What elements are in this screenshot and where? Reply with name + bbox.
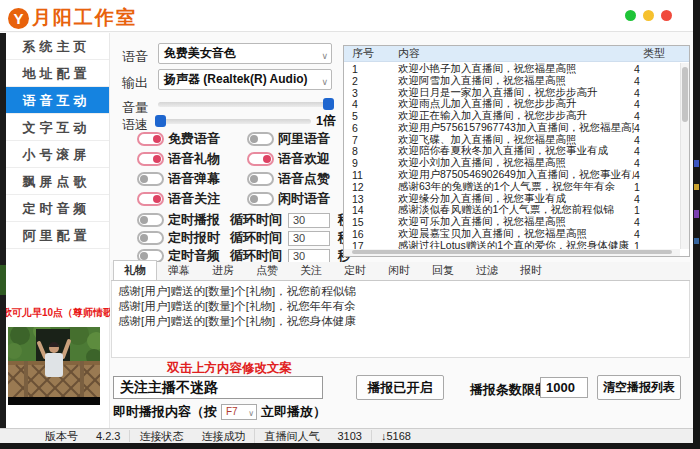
toggle-switch[interactable] [137, 192, 164, 206]
tab-回复[interactable]: 回复 [421, 260, 465, 280]
sidebar-item-地址配置[interactable]: 地址配置 [0, 60, 109, 87]
toggle-语音欢迎[interactable]: 语音欢迎 [247, 151, 342, 166]
toggle-knob [140, 175, 148, 183]
instant-broadcast-input[interactable] [113, 376, 323, 399]
toggle-label: 免费语音 [168, 130, 220, 148]
tab-报时[interactable]: 报时 [509, 260, 553, 280]
volume-slider-thumb[interactable] [323, 98, 334, 110]
tab-弹幕[interactable]: 弹幕 [157, 260, 201, 280]
tab-闲时[interactable]: 闲时 [377, 260, 421, 280]
window-controls [625, 10, 672, 21]
sidebar-item-飘屏点歌[interactable]: 飘屏点歌 [0, 168, 109, 195]
sidebar: 系统主页地址配置语音互动文字互动小号滚屏飘屏点歌定时音频阿里配置 [0, 33, 109, 249]
clear-list-button[interactable]: 清空播报列表 [597, 375, 681, 400]
toggle-阿里语音[interactable]: 阿里语音 [247, 131, 342, 146]
toggle-免费语音[interactable]: 免费语音 [137, 131, 247, 146]
row-type: 4 [634, 145, 680, 157]
desktop-artifact [694, 238, 699, 244]
speed-slider[interactable] [158, 119, 311, 124]
tab-过滤[interactable]: 过滤 [465, 260, 509, 280]
toggle-语音弹幕[interactable]: 语音弹幕 [137, 171, 247, 186]
tab-进房[interactable]: 进房 [201, 260, 245, 280]
voice-label: 语音 [122, 48, 148, 66]
timer-定时播报: 定时播报循环时间秒 [137, 211, 351, 229]
toggle-switch[interactable] [137, 213, 164, 227]
chevron-down-icon: ∨ [248, 407, 254, 421]
horizontal-scrollbar[interactable] [344, 249, 680, 256]
toggle-语音点赞[interactable]: 语音点赞 [247, 171, 342, 186]
scrollbar-thumb[interactable] [352, 250, 672, 254]
sidebar-item-定时音频[interactable]: 定时音频 [0, 195, 109, 222]
row-type: 4 [634, 216, 680, 228]
voice-select[interactable]: 免费美女音色 ∨ [158, 43, 332, 64]
toggle-knob [140, 234, 148, 242]
toggle-knob [153, 155, 161, 163]
window-control-red[interactable] [661, 10, 672, 21]
background-window-edge [0, 33, 6, 443]
logo-icon: Y [8, 8, 29, 29]
window-control-green[interactable] [625, 10, 636, 21]
chevron-down-icon: ∨ [321, 47, 328, 64]
volume-slider[interactable] [158, 102, 332, 107]
toggle-switch[interactable] [247, 172, 274, 186]
toggle-knob [153, 195, 161, 203]
version-label: 版本号 [36, 429, 87, 444]
sidebar-item-小号滚屏[interactable]: 小号滚屏 [0, 141, 109, 168]
toggle-switch[interactable] [247, 152, 274, 166]
tab-关注[interactable]: 关注 [289, 260, 333, 280]
tab-定时[interactable]: 定时 [333, 260, 377, 280]
sidebar-item-阿里配置[interactable]: 阿里配置 [0, 222, 109, 249]
output-label: 输出 [122, 74, 148, 92]
limit-input[interactable] [540, 377, 588, 398]
voice-select-value: 免费美女音色 [164, 46, 236, 60]
table-body: 1欢迎小艳子加入直播间，祝您福星高照42欢迎阿雪加入直播间，祝您福星高照43欢迎… [344, 63, 680, 249]
version-value: 4.2.3 [87, 430, 130, 442]
toggle-闲时语音[interactable]: 闲时语音 [247, 191, 342, 206]
cycle-time-label: 循环时间 [230, 229, 282, 247]
cycle-time-input[interactable] [288, 213, 330, 228]
popularity-delta: ↓5168 [372, 430, 420, 442]
row-seq: 13 [344, 193, 394, 205]
toggle-knob [140, 252, 148, 260]
toggle-switch[interactable] [247, 192, 274, 206]
window-control-yellow[interactable] [643, 10, 654, 21]
desktop-artifact [694, 160, 699, 167]
sidebar-item-文字互动[interactable]: 文字互动 [0, 114, 109, 141]
row-type: 1 [634, 204, 680, 216]
timer-定时报时: 定时报时循环时间秒 [137, 229, 351, 247]
tab-礼物[interactable]: 礼物 [113, 260, 157, 280]
row-type: 4 [634, 122, 680, 134]
toggle-switch[interactable] [137, 152, 164, 166]
row-seq: 11 [344, 169, 394, 181]
sidebar-item-系统主页[interactable]: 系统主页 [0, 33, 109, 60]
sidebar-item-语音互动[interactable]: 语音互动 [0, 87, 109, 114]
row-type: 4 [634, 63, 680, 75]
table-row[interactable]: 17感谢过往Lotus赠送的1个真的爱你，祝您身体健康1 [344, 240, 680, 249]
speed-slider-thumb[interactable] [155, 115, 166, 127]
toggle-label: 语音弹幕 [168, 170, 220, 188]
output-device-select[interactable]: 扬声器 (Realtek(R) Audio) ∨ [158, 69, 332, 90]
vertical-scrollbar[interactable] [680, 63, 689, 249]
toggle-switch[interactable] [137, 231, 164, 245]
row-type: 4 [634, 75, 680, 87]
toggle-switch[interactable] [137, 132, 164, 146]
row-content: 感谢过往Lotus赠送的1个真的爱你，祝您身体健康 [394, 239, 634, 249]
tab-点赞[interactable]: 点赞 [245, 260, 289, 280]
toggle-语音关注[interactable]: 语音关注 [137, 191, 247, 206]
toggle-switch[interactable] [137, 172, 164, 186]
broadcast-toggle-button[interactable]: 播报已开启 [356, 375, 444, 400]
hotkey-value: F7 [226, 406, 238, 417]
app-window: Y 月阳工作室 系统主页地址配置语音互动文字互动小号滚屏飘屏点歌定时音频阿里配置… [0, 0, 693, 443]
limit-label: 播报条数限制 [470, 381, 548, 399]
row-seq: 8 [344, 145, 394, 157]
row-type: 4 [634, 87, 680, 99]
toggle-switch[interactable] [247, 132, 274, 146]
hotkey-select[interactable]: F7 ∨ [221, 404, 257, 420]
scrollbar-thumb[interactable] [682, 67, 688, 122]
cycle-time-input[interactable] [288, 231, 330, 246]
left-column: 系统主页地址配置语音互动文字互动小号滚屏飘屏点歌定时音频阿里配置 歌可儿早10点… [0, 33, 110, 428]
row-type: 4 [634, 98, 680, 110]
timer-label: 定时报时 [168, 229, 220, 247]
template-editor[interactable]: 感谢[用户]赠送的[数量]个[礼物]，祝您前程似锦感谢[用户]赠送的[数量]个[… [111, 281, 690, 358]
toggle-语音礼物[interactable]: 语音礼物 [137, 151, 247, 166]
